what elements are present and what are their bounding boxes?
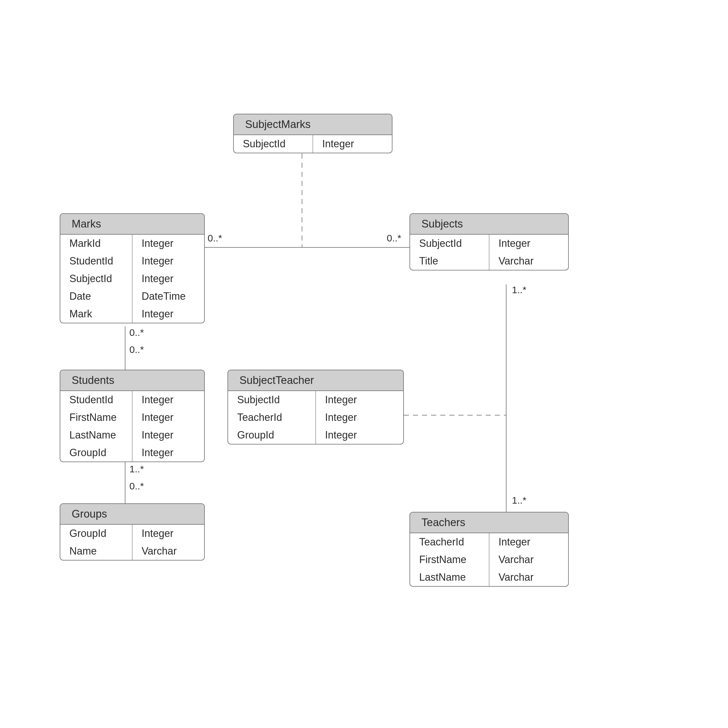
multiplicity-label: 1..* [512, 284, 526, 295]
table-row: StudentId Integer [60, 391, 204, 408]
multiplicity-label: 0..* [129, 327, 144, 338]
table-row: GroupId Integer [60, 444, 204, 462]
table-row: GroupId Integer [60, 525, 204, 542]
connector-lines [0, 0, 728, 728]
multiplicity-label: 1..* [512, 495, 526, 506]
table-row: FirstName Varchar [410, 551, 568, 569]
table-row: TeacherId Integer [410, 533, 568, 551]
entity-title: Groups [60, 504, 204, 525]
multiplicity-label: 0..* [129, 344, 144, 355]
table-row: Title Varchar [410, 252, 568, 270]
table-row: FirstName Integer [60, 408, 204, 426]
entity-title: Students [60, 370, 204, 391]
multiplicity-label: 0..* [129, 480, 144, 492]
table-row: SubjectId Integer [60, 270, 204, 288]
entity-title: Marks [60, 214, 204, 235]
table-row: SubjectId Integer [228, 391, 403, 408]
table-row: Mark Integer [60, 305, 204, 323]
entity-groups: Groups GroupId Integer Name Varchar [60, 503, 205, 560]
table-row: LastName Varchar [410, 569, 568, 586]
entity-students: Students StudentId Integer FirstName Int… [60, 370, 205, 462]
table-row: Date DateTime [60, 288, 204, 305]
er-diagram-canvas: SubjectMarks SubjectId Integer Marks Mar… [0, 0, 728, 728]
table-row: TeacherId Integer [228, 408, 403, 426]
entity-marks: Marks MarkId Integer StudentId Integer S… [60, 213, 205, 323]
multiplicity-label: 0..* [208, 232, 222, 244]
entity-subjectmarks: SubjectMarks SubjectId Integer [233, 114, 392, 153]
table-row: LastName Integer [60, 426, 204, 444]
table-row: MarkId Integer [60, 235, 204, 252]
entity-title: Subjects [410, 214, 568, 235]
entity-subjectteacher: SubjectTeacher SubjectId Integer Teacher… [228, 370, 404, 445]
multiplicity-label: 0..* [387, 232, 401, 244]
table-row: GroupId Integer [228, 426, 403, 444]
entity-title: Teachers [410, 512, 568, 533]
table-row: StudentId Integer [60, 252, 204, 270]
table-row: SubjectId Integer [234, 135, 392, 153]
table-row: Name Varchar [60, 542, 204, 560]
entity-title: SubjectMarks [234, 114, 392, 135]
entity-teachers: Teachers TeacherId Integer FirstName Var… [410, 512, 569, 587]
entity-subjects: Subjects SubjectId Integer Title Varchar [410, 213, 569, 271]
multiplicity-label: 1..* [129, 463, 144, 475]
entity-title: SubjectTeacher [228, 370, 403, 391]
table-row: SubjectId Integer [410, 235, 568, 252]
